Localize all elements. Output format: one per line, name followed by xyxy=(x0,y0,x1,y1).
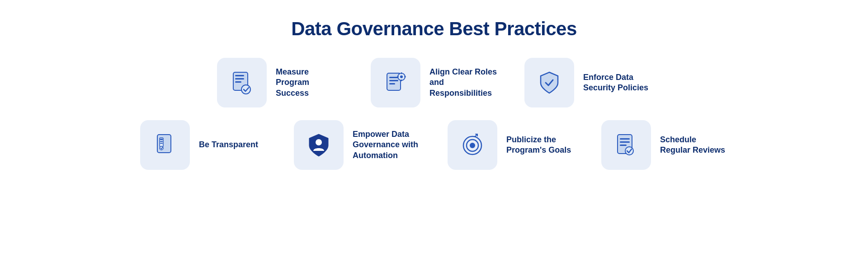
svg-point-10 xyxy=(400,75,403,78)
svg-rect-3 xyxy=(235,81,241,83)
item-enforce-data-security: Enforce Data Security Policies xyxy=(524,58,651,107)
label-enforce-data-security: Enforce Data Security Policies xyxy=(583,72,651,93)
page-title: Data Governance Best Practices xyxy=(291,18,577,40)
label-publicize-goals: Publicize the Program's Goals xyxy=(506,135,574,156)
svg-rect-2 xyxy=(235,78,244,79)
icon-box-publicize-goals xyxy=(448,120,497,170)
svg-point-21 xyxy=(316,139,322,145)
item-publicize-goals: Publicize the Program's Goals xyxy=(448,120,574,170)
svg-rect-17 xyxy=(160,139,163,140)
rows-container: Measure Program Success Align Clear Role… xyxy=(36,58,832,170)
item-align-clear-roles: Align Clear Roles and Responsibilities xyxy=(371,58,497,107)
item-empower-data-governance: Empower Data Governance with Automation xyxy=(294,120,420,170)
row-1: Be Transparent Empower Data Governance w… xyxy=(36,120,832,170)
icon-box-measure-program-success xyxy=(217,58,267,107)
icon-box-be-transparent xyxy=(140,120,190,170)
label-measure-program-success: Measure Program Success xyxy=(276,67,344,98)
icon-box-empower-data-governance xyxy=(294,120,344,170)
svg-rect-28 xyxy=(620,138,630,140)
svg-point-31 xyxy=(625,147,633,155)
svg-rect-30 xyxy=(620,145,627,146)
row-0: Measure Program Success Align Clear Role… xyxy=(36,58,832,107)
item-measure-program-success: Measure Program Success xyxy=(217,58,344,107)
page: Data Governance Best Practices Measure P… xyxy=(0,0,868,271)
icon-box-schedule-reviews xyxy=(601,120,651,170)
svg-rect-6 xyxy=(389,77,398,78)
svg-point-4 xyxy=(241,85,250,94)
svg-rect-8 xyxy=(389,83,395,84)
item-schedule-reviews: Schedule Regular Reviews xyxy=(601,120,728,170)
icon-box-enforce-data-security xyxy=(524,58,574,107)
svg-rect-18 xyxy=(160,141,163,142)
svg-rect-1 xyxy=(235,75,244,76)
label-be-transparent: Be Transparent xyxy=(199,140,258,150)
svg-rect-7 xyxy=(389,80,398,81)
icon-box-align-clear-roles xyxy=(371,58,420,107)
svg-rect-19 xyxy=(160,143,163,144)
label-schedule-reviews: Schedule Regular Reviews xyxy=(660,135,728,156)
label-align-clear-roles: Align Clear Roles and Responsibilities xyxy=(429,67,497,98)
svg-point-24 xyxy=(470,143,475,148)
label-empower-data-governance: Empower Data Governance with Automation xyxy=(353,129,420,161)
item-be-transparent: Be Transparent xyxy=(140,120,267,170)
svg-rect-29 xyxy=(620,141,630,143)
